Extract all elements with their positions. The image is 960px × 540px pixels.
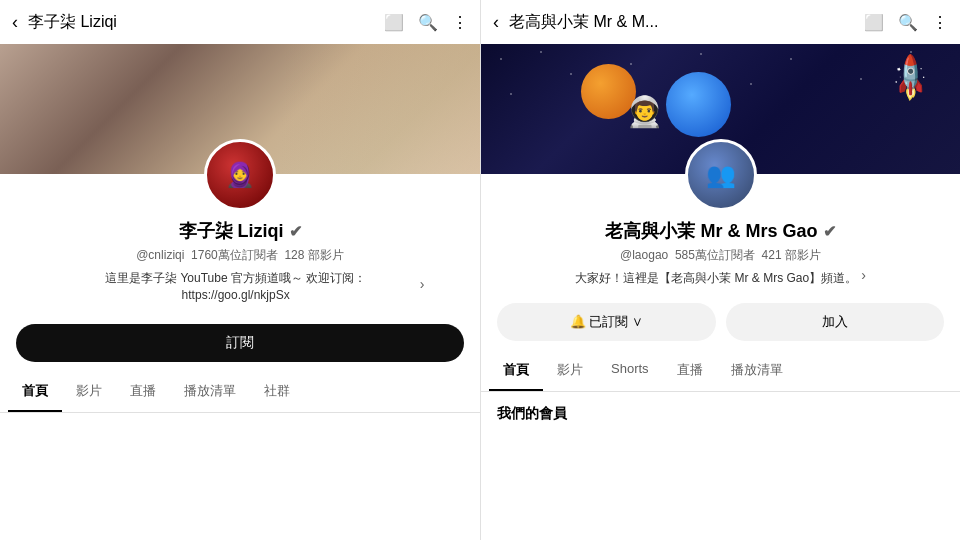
- left-tab-videos[interactable]: 影片: [62, 372, 116, 412]
- right-action-buttons: 🔔 已訂閱 ∨ 加入: [497, 303, 944, 341]
- left-tab-live[interactable]: 直播: [116, 372, 170, 412]
- right-panel: ‹ 老高與小茉 Mr & M... ⬜ 🔍 ⋮ 👨‍🚀 🚀 👥 老高與小茉 Mr…: [480, 0, 960, 540]
- right-verified-icon: ✔: [823, 222, 836, 241]
- left-avatar: 🧕: [204, 139, 276, 211]
- left-channel-name: 李子柒 Liziqi ✔: [179, 219, 302, 243]
- astronaut-decoration: 👨‍🚀: [626, 94, 666, 144]
- left-tab-playlists[interactable]: 播放清單: [170, 372, 250, 412]
- right-back-icon[interactable]: ‹: [493, 12, 499, 33]
- left-channel-desc: 這里是李子柒 YouTube 官方頻道哦～ 欢迎订阅：https://goo.g…: [56, 270, 416, 304]
- right-tab-shorts[interactable]: Shorts: [597, 351, 663, 391]
- left-tab-home[interactable]: 首頁: [8, 372, 62, 412]
- left-nav-title: 李子柒 Liziqi: [28, 12, 384, 33]
- left-back-icon[interactable]: ‹: [12, 12, 18, 33]
- right-subscribed-button[interactable]: 🔔 已訂閱 ∨: [497, 303, 716, 341]
- right-more-icon[interactable]: ⋮: [932, 13, 948, 32]
- right-tabs: 首頁 影片 Shorts 直播 播放清單: [481, 351, 960, 392]
- right-bottom-section: 我們的會員: [481, 392, 960, 540]
- planet-earth-decoration: [666, 72, 731, 137]
- left-more-icon[interactable]: ⋮: [452, 13, 468, 32]
- left-desc-row: 這里是李子柒 YouTube 官方頻道哦～ 欢迎订阅：https://goo.g…: [16, 264, 464, 304]
- right-desc-row: 大家好！這裡是【老高與小茉 Mr & Mrs Gao】頻道。 ›: [497, 264, 944, 287]
- left-nav-icons: ⬜ 🔍 ⋮: [384, 13, 468, 32]
- left-more-desc-icon[interactable]: ›: [420, 276, 425, 292]
- right-avatar: 👥: [685, 139, 757, 211]
- left-search-icon[interactable]: 🔍: [418, 13, 438, 32]
- right-cast-icon[interactable]: ⬜: [864, 13, 884, 32]
- right-join-button[interactable]: 加入: [726, 303, 945, 341]
- right-tab-home[interactable]: 首頁: [489, 351, 543, 391]
- right-tab-videos[interactable]: 影片: [543, 351, 597, 391]
- left-verified-icon: ✔: [289, 222, 302, 241]
- left-panel: ‹ 李子柒 Liziqi ⬜ 🔍 ⋮ 🧕 李子柒 Liziqi ✔ @cnliz…: [0, 0, 480, 540]
- left-cast-icon[interactable]: ⬜: [384, 13, 404, 32]
- right-section-title: 我們的會員: [497, 405, 567, 421]
- right-channel-info: 👥 老高與小茉 Mr & Mrs Gao ✔ @laogao 585萬位訂閱者 …: [481, 174, 960, 297]
- left-channel-info: 🧕 李子柒 Liziqi ✔ @cnliziqi 1760萬位訂閱者 128 部…: [0, 174, 480, 314]
- left-top-nav: ‹ 李子柒 Liziqi ⬜ 🔍 ⋮: [0, 0, 480, 44]
- right-nav-title: 老高與小茉 Mr & M...: [509, 12, 864, 33]
- right-search-icon[interactable]: 🔍: [898, 13, 918, 32]
- left-tabs: 首頁 影片 直播 播放清單 社群: [0, 372, 480, 413]
- right-channel-handle: @laogao 585萬位訂閱者 421 部影片: [620, 247, 821, 264]
- right-top-nav: ‹ 老高與小茉 Mr & M... ⬜ 🔍 ⋮: [481, 0, 960, 44]
- right-nav-icons: ⬜ 🔍 ⋮: [864, 13, 948, 32]
- left-subscribe-button[interactable]: 訂閱: [16, 324, 464, 362]
- left-channel-handle: @cnliziqi 1760萬位訂閱者 128 部影片: [136, 247, 344, 264]
- left-tab-community[interactable]: 社群: [250, 372, 304, 412]
- right-tab-playlists[interactable]: 播放清單: [717, 351, 797, 391]
- right-more-desc-icon[interactable]: ›: [861, 267, 866, 283]
- right-channel-name: 老高與小茉 Mr & Mrs Gao ✔: [605, 219, 835, 243]
- right-tab-live[interactable]: 直播: [663, 351, 717, 391]
- right-channel-desc: 大家好！這裡是【老高與小茉 Mr & Mrs Gao】頻道。: [575, 270, 857, 287]
